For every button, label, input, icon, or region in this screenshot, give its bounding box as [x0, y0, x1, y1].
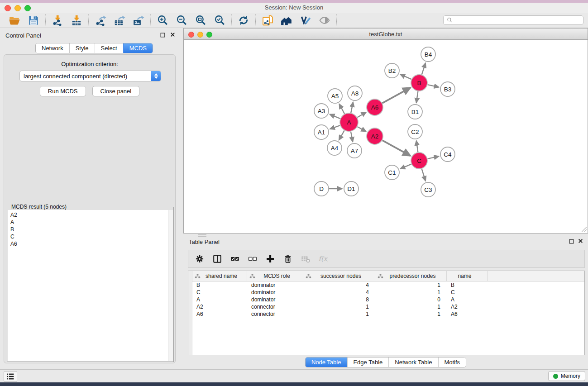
- column-header-predecessor-nodes[interactable]: predecessor nodes: [375, 271, 447, 281]
- table-tab-node-table[interactable]: Node Table: [306, 357, 347, 367]
- search-field[interactable]: [443, 15, 583, 25]
- result-item[interactable]: B: [10, 226, 168, 233]
- table-cell: A2: [192, 303, 247, 310]
- mcds-buttons: Run MCDS Close panel: [4, 86, 175, 96]
- network-window-titlebar[interactable]: testGlobe.txt: [183, 28, 588, 40]
- result-item[interactable]: C: [10, 233, 168, 240]
- deselect-all-icon[interactable]: [248, 254, 258, 264]
- tab-style[interactable]: Style: [69, 43, 95, 53]
- graph-edge-A6-B[interactable]: [382, 88, 411, 103]
- graph-edge-A-A1[interactable]: [330, 125, 340, 129]
- zoom-selected-icon[interactable]: [214, 14, 225, 26]
- select-all-icon[interactable]: [230, 254, 240, 264]
- column-header-shared-name[interactable]: shared name: [192, 271, 247, 281]
- criterion-dropdown[interactable]: largest connected component (directed): [19, 71, 161, 81]
- home-icon[interactable]: [281, 14, 292, 26]
- float-panel-icon[interactable]: [160, 32, 166, 38]
- criterion-dropdown-value: largest connected component (directed): [20, 73, 151, 80]
- export-table-icon[interactable]: [114, 14, 125, 26]
- split-table-icon[interactable]: [212, 254, 222, 264]
- result-item[interactable]: A6: [10, 240, 168, 248]
- task-history-button[interactable]: [4, 371, 17, 382]
- table-body: Bdominator41BCdominator41CAdominator80AA…: [192, 281, 584, 318]
- zoom-fit-icon[interactable]: [195, 14, 206, 26]
- graph-edge-A2-C[interactable]: [382, 140, 411, 156]
- float-table-panel-icon[interactable]: [569, 238, 574, 244]
- import-table-icon[interactable]: [71, 14, 82, 26]
- network-graph[interactable]: AA1A2A3A4A5A6A7A8BB1B2B3B4CC1C2C3C4DD1: [184, 40, 588, 233]
- graph-edge-B-B4[interactable]: [422, 63, 425, 75]
- table-row[interactable]: A2connector11A2: [192, 303, 584, 310]
- graph-node-label-A6: A6: [371, 104, 379, 111]
- mcds-result-list[interactable]: A2ABCA6: [8, 210, 168, 361]
- graph-edge-C-C2[interactable]: [416, 141, 418, 152]
- graph-edge-B-B2[interactable]: [400, 74, 411, 79]
- table-row[interactable]: Cdominator41C: [192, 289, 584, 296]
- svg-text:f(x): f(x): [318, 255, 328, 262]
- column-header-successor-nodes[interactable]: successor nodes: [303, 271, 375, 281]
- graph-edge-A-A5[interactable]: [339, 104, 344, 114]
- tab-select[interactable]: Select: [95, 43, 123, 53]
- table-row[interactable]: A6connector11A6: [192, 310, 584, 318]
- network-canvas[interactable]: AA1A2A3A4A5A6A7A8BB1B2B3B4CC1C2C3C4DD1: [183, 40, 588, 234]
- table-cell: connector: [247, 303, 303, 310]
- create-column-icon[interactable]: [265, 254, 275, 264]
- table-scrollbar[interactable]: [188, 271, 192, 355]
- graph-edge-A-A3[interactable]: [330, 114, 340, 119]
- app-title: Session: New Session: [0, 4, 588, 11]
- table-cell: A2: [447, 303, 488, 310]
- delete-column-icon[interactable]: [283, 254, 293, 264]
- memory-button[interactable]: Memory: [548, 371, 585, 381]
- table-cell: 1: [303, 310, 375, 318]
- column-settings-icon[interactable]: [195, 254, 205, 264]
- control-panel: Control Panel NetworkStyleSelectMCDS Opt…: [0, 28, 181, 369]
- table-tab-motifs[interactable]: Motifs: [438, 357, 466, 367]
- annotate-icon[interactable]: [300, 14, 311, 26]
- graph-edge-B-B3[interactable]: [428, 85, 439, 87]
- result-item[interactable]: A: [10, 219, 168, 226]
- network-window-title: testGlobe.txt: [184, 31, 588, 38]
- table-cell: connector: [247, 310, 303, 318]
- resize-grip-icon[interactable]: [582, 227, 587, 232]
- graph-edge-C-C4[interactable]: [428, 156, 439, 159]
- save-session-icon[interactable]: [28, 14, 39, 26]
- run-mcds-button[interactable]: Run MCDS: [40, 86, 86, 96]
- new-network-from-selection-icon[interactable]: [262, 14, 273, 26]
- zoom-in-icon[interactable]: [157, 14, 168, 26]
- result-item[interactable]: A2: [10, 211, 168, 219]
- graph-edge-A-A2[interactable]: [357, 127, 366, 131]
- close-panel-icon[interactable]: [170, 32, 176, 38]
- column-tree-icon: [306, 273, 311, 279]
- close-panel-button[interactable]: Close panel: [92, 86, 140, 96]
- tab-network[interactable]: Network: [36, 43, 69, 53]
- graph-edge-A-A6[interactable]: [357, 112, 366, 117]
- table-tab-edge-table[interactable]: Edge Table: [347, 357, 388, 367]
- result-scrollbar[interactable]: [168, 210, 173, 361]
- graph-edge-A-A7[interactable]: [351, 132, 353, 142]
- export-image-icon[interactable]: [133, 14, 144, 26]
- import-network-icon[interactable]: [52, 14, 63, 26]
- zoom-out-icon[interactable]: [176, 14, 187, 26]
- graph-edge-C-C3[interactable]: [422, 169, 425, 181]
- graph-edge-A-A8[interactable]: [351, 102, 353, 113]
- close-table-panel-icon[interactable]: [578, 238, 583, 244]
- open-session-icon[interactable]: [9, 14, 20, 26]
- graph-edge-C-C1[interactable]: [400, 164, 411, 169]
- table-tab-network-table[interactable]: Network Table: [388, 357, 438, 367]
- column-label: MCDS role: [255, 273, 298, 279]
- column-header-mcds-role[interactable]: MCDS role: [247, 271, 303, 281]
- table-header-row: shared nameMCDS rolesuccessor nodesprede…: [192, 271, 584, 281]
- show-details-icon[interactable]: [319, 14, 330, 26]
- network-view-window: testGlobe.txt AA1A2A3A4A5A6A7A8BB1B2B3B4…: [183, 28, 588, 234]
- graph-edge-B-B1[interactable]: [416, 91, 418, 103]
- export-network-icon[interactable]: [95, 14, 106, 26]
- apply-layout-icon[interactable]: [238, 14, 249, 26]
- tab-mcds[interactable]: MCDS: [123, 43, 153, 53]
- search-input[interactable]: [455, 17, 580, 24]
- table-row[interactable]: Bdominator41B: [192, 281, 584, 289]
- cytoscape-app-window: Session: New Session Control Panel Netwo…: [0, 3, 588, 382]
- table-row[interactable]: Adominator80A: [192, 296, 584, 303]
- column-header-name[interactable]: name: [447, 271, 488, 281]
- graph-edge-A-A4[interactable]: [339, 130, 344, 140]
- toolbar-group: [151, 14, 232, 26]
